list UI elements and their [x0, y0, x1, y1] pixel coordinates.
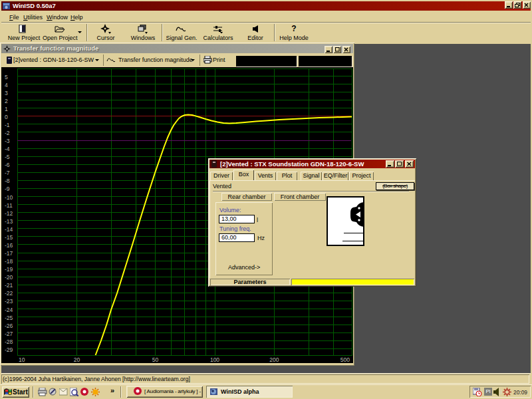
svg-text:-18: -18: [5, 258, 13, 265]
svg-text:-10: -10: [5, 194, 13, 201]
svg-text:-26: -26: [5, 323, 13, 329]
svg-text:500: 500: [340, 356, 350, 363]
svg-text:-2: -2: [5, 130, 10, 136]
svg-text:-7: -7: [5, 170, 10, 176]
svg-text:4: 4: [5, 82, 8, 88]
svg-text:-24: -24: [5, 307, 13, 313]
svg-text:-17: -17: [5, 250, 13, 257]
svg-text:1: 1: [5, 106, 8, 112]
svg-text:-13: -13: [5, 218, 13, 225]
svg-text:-9: -9: [5, 186, 10, 192]
svg-text:3: 3: [5, 90, 8, 96]
svg-text:50: 50: [152, 356, 159, 363]
svg-text:-4: -4: [5, 146, 10, 152]
svg-text:-6: -6: [5, 162, 10, 168]
svg-text:-5: -5: [5, 154, 10, 160]
svg-text:20: 20: [74, 356, 80, 363]
svg-text:10: 10: [19, 356, 25, 363]
svg-text:-20: -20: [5, 274, 13, 281]
svg-text:-14: -14: [5, 226, 13, 233]
svg-text:-16: -16: [5, 242, 13, 249]
svg-text:-25: -25: [5, 315, 13, 321]
svg-text:-11: -11: [5, 202, 13, 209]
svg-text:-23: -23: [5, 298, 13, 305]
svg-text:-29: -29: [5, 346, 13, 353]
svg-text:2: 2: [5, 98, 8, 104]
svg-text:200: 200: [269, 356, 279, 363]
svg-text:-15: -15: [5, 234, 13, 241]
svg-text:0: 0: [5, 114, 8, 120]
svg-text:100: 100: [210, 356, 219, 363]
svg-text:-28: -28: [5, 338, 13, 345]
svg-text:5: 5: [5, 74, 8, 80]
svg-text:-21: -21: [5, 282, 13, 289]
svg-text:-3: -3: [5, 138, 10, 144]
svg-text:-22: -22: [5, 290, 13, 297]
svg-text:-1: -1: [5, 122, 10, 128]
svg-text:-19: -19: [5, 266, 13, 273]
svg-text:-8: -8: [5, 178, 10, 184]
svg-text:-12: -12: [5, 210, 13, 217]
svg-text:-27: -27: [5, 331, 13, 337]
